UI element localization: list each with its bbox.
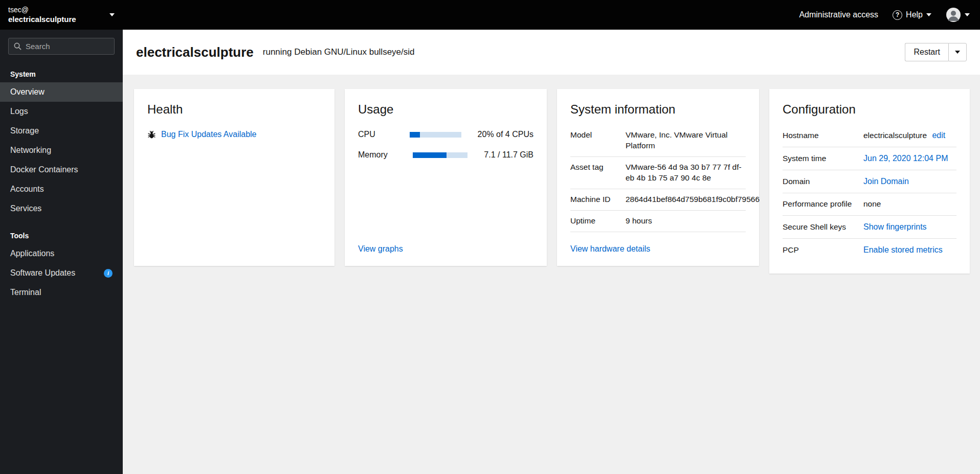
bug-icon — [147, 130, 156, 139]
table-row: System time Jun 29, 2020 12:04 PM — [783, 147, 956, 170]
system-time-cell: Jun 29, 2020 12:04 PM — [863, 153, 956, 164]
show-fingerprints-link[interactable]: Show fingerprints — [863, 222, 927, 231]
search-wrap — [0, 30, 123, 57]
join-domain-link[interactable]: Join Domain — [863, 177, 909, 186]
card-title-usage: Usage — [358, 102, 533, 117]
avatar — [946, 7, 961, 22]
system-time-link[interactable]: Jun 29, 2020 12:04 PM — [863, 154, 948, 163]
sidebar-item-services[interactable]: Services — [0, 199, 123, 218]
hostname-edit-link[interactable]: edit — [932, 131, 945, 140]
performance-profile-label: Performance profile — [783, 199, 863, 209]
table-row: Uptime 9 hours — [570, 211, 746, 232]
info-icon: i — [104, 269, 113, 278]
topbar: Administrative access ? Help — [123, 0, 980, 30]
user-name: tsec@ — [8, 5, 109, 14]
help-icon: ? — [893, 10, 902, 20]
card-title-configuration: Configuration — [783, 102, 956, 117]
os-subtitle: running Debian GNU/Linux bullseye/sid — [263, 47, 415, 57]
view-hardware-details-link[interactable]: View hardware details — [570, 244, 746, 254]
secure-shell-keys-label: Secure Shell keys — [783, 222, 863, 232]
card-title-system-information: System information — [570, 102, 746, 117]
ssh-cell: Show fingerprints — [863, 221, 956, 233]
memory-label: Memory — [358, 150, 413, 160]
machine-id-label: Machine ID — [570, 195, 626, 204]
nav-section-system: System Overview Logs Storage Networking … — [0, 67, 123, 218]
cpu-progress-fill — [410, 132, 420, 138]
search-box[interactable] — [8, 38, 115, 55]
chevron-down-icon — [926, 13, 931, 16]
administrative-access-label: Administrative access — [799, 10, 878, 19]
table-row: Domain Join Domain — [783, 170, 956, 193]
pcp-cell: Enable stored metrics — [863, 244, 956, 256]
sidebar-item-docker-containers[interactable]: Docker Containers — [0, 160, 123, 179]
search-input[interactable] — [26, 42, 109, 51]
uptime-value: 9 hours — [626, 216, 746, 227]
chevron-down-icon — [955, 51, 960, 54]
restart-split-button: Restart — [905, 43, 967, 61]
page-title: electricalsculpture — [136, 44, 254, 60]
nav-section-title: Tools — [0, 229, 123, 244]
cpu-usage-row: CPU 20% of 4 CPUs — [358, 130, 533, 139]
performance-profile-value: none — [863, 199, 956, 210]
health-updates-row: Bug Fix Updates Available — [147, 130, 321, 139]
table-row: Hostname electricalsculpture edit — [783, 130, 956, 147]
sidebar-item-storage[interactable]: Storage — [0, 121, 123, 141]
model-value: VMware, Inc. VMware Virtual Platform — [626, 130, 746, 151]
sidebar-item-accounts[interactable]: Accounts — [0, 179, 123, 199]
app-root: tsec@ electricalsculpture System Overvie… — [0, 0, 980, 474]
view-graphs-link[interactable]: View graphs — [358, 244, 533, 254]
hostname-value: electricalsculpture — [863, 131, 927, 140]
restart-dropdown-toggle[interactable] — [948, 43, 967, 61]
sidebar-item-software-updates[interactable]: Software Updates i — [0, 263, 123, 283]
sidebar-item-label: Software Updates — [10, 268, 75, 278]
card-title-health: Health — [147, 102, 321, 117]
host-name: electricalsculpture — [8, 14, 109, 25]
administrative-access-button[interactable]: Administrative access — [799, 10, 878, 19]
sidebar-item-overview[interactable]: Overview — [0, 82, 123, 102]
sidebar-item-logs[interactable]: Logs — [0, 102, 123, 121]
page-header: electricalsculpture running Debian GNU/L… — [123, 30, 980, 75]
cpu-label: CPU — [358, 130, 410, 139]
system-time-label: System time — [783, 154, 863, 163]
system-information-card: System information Model VMware, Inc. VM… — [557, 89, 759, 266]
session-menu[interactable] — [946, 7, 970, 22]
cpu-progress-bar — [410, 132, 461, 138]
hostname-label: Hostname — [783, 131, 863, 140]
model-label: Model — [570, 130, 626, 140]
sidebar: tsec@ electricalsculpture System Overvie… — [0, 0, 123, 474]
hostname-value-cell: electricalsculpture edit — [863, 130, 956, 141]
memory-progress-bar — [413, 152, 467, 158]
uptime-label: Uptime — [570, 216, 626, 225]
nav-section-tools: Tools Applications Software Updates i Te… — [0, 229, 123, 302]
user-menu[interactable]: tsec@ electricalsculpture — [0, 0, 123, 30]
usage-card: Usage CPU 20% of 4 CPUs Memory 7.1 — [345, 89, 547, 266]
enable-stored-metrics-link[interactable]: Enable stored metrics — [863, 245, 943, 254]
sidebar-item-applications[interactable]: Applications — [0, 244, 123, 263]
pcp-label: PCP — [783, 245, 863, 255]
configuration-table: Hostname electricalsculpture edit System… — [783, 130, 956, 261]
chevron-down-icon — [109, 13, 115, 16]
table-row: Model VMware, Inc. VMware Virtual Platfo… — [570, 130, 746, 157]
machine-id-value: 2864d41bef864d759b681f9c0bf79566 — [626, 194, 760, 205]
configuration-card: Configuration Hostname electricalsculptu… — [769, 89, 970, 274]
domain-cell: Join Domain — [863, 176, 956, 187]
memory-progress-fill — [413, 152, 446, 158]
sidebar-item-networking[interactable]: Networking — [0, 141, 123, 160]
health-card: Health — [134, 89, 335, 266]
restart-button[interactable]: Restart — [905, 43, 948, 61]
nav-section-title: System — [0, 67, 123, 82]
asset-tag-value: VMware-56 4d 9a 30 b7 77 7f df-eb 4b 1b … — [626, 162, 746, 184]
search-icon — [14, 42, 21, 50]
memory-value: 7.1 / 11.7 GiB — [484, 150, 533, 160]
help-menu[interactable]: ? Help — [893, 10, 931, 20]
bug-fix-updates-link[interactable]: Bug Fix Updates Available — [161, 130, 256, 139]
help-label: Help — [906, 10, 923, 19]
chevron-down-icon — [965, 13, 970, 16]
system-info-table: Model VMware, Inc. VMware Virtual Platfo… — [570, 130, 746, 232]
table-row: Performance profile none — [783, 193, 956, 216]
cpu-value: 20% of 4 CPUs — [478, 130, 533, 139]
table-row: Secure Shell keys Show fingerprints — [783, 216, 956, 239]
sidebar-item-terminal[interactable]: Terminal — [0, 283, 123, 302]
user-menu-labels: tsec@ electricalsculpture — [8, 5, 109, 25]
table-row: Machine ID 2864d41bef864d759b681f9c0bf79… — [570, 189, 746, 211]
